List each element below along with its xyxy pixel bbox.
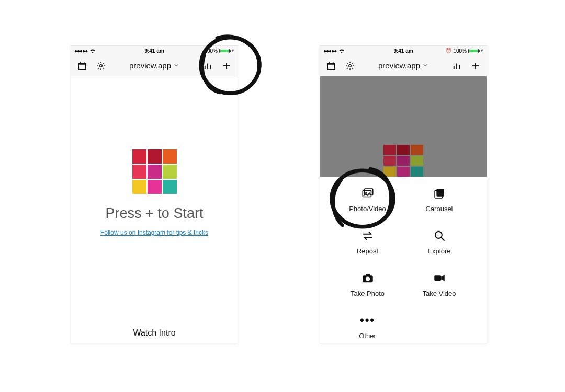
battery-percent: 100%: [204, 48, 218, 54]
watch-intro-button[interactable]: Watch Intro: [71, 328, 238, 338]
svg-point-14: [349, 64, 352, 67]
gear-icon[interactable]: [96, 61, 106, 71]
option-label: Take Photo: [351, 290, 385, 297]
status-time: 9:41 am: [393, 48, 413, 54]
nav-bar: preview.app: [71, 55, 238, 76]
search-icon: [432, 228, 447, 243]
option-take-photo[interactable]: Take Photo: [332, 271, 403, 297]
camera-icon: [360, 271, 375, 285]
svg-rect-30: [434, 275, 441, 281]
option-take-video[interactable]: Take Video: [403, 271, 475, 297]
option-other[interactable]: ••• Other: [332, 313, 403, 340]
empty-state: Press + to Start Follow us on Instagram …: [71, 76, 238, 236]
plus-icon[interactable]: [222, 61, 231, 71]
svg-marker-31: [441, 275, 445, 281]
option-label: Photo/Video: [349, 205, 386, 213]
svg-rect-1: [78, 63, 86, 64]
add-options-sheet: Photo/Video Carousel Repost Explore Take: [320, 177, 487, 340]
svg-point-4: [100, 64, 103, 67]
calendar-icon[interactable]: [326, 61, 336, 71]
charging-icon: ⚡︎: [480, 48, 483, 53]
gear-icon[interactable]: [345, 61, 355, 71]
battery-percent: 100%: [453, 48, 467, 54]
option-label: Carousel: [425, 205, 453, 213]
status-time: 9:41 am: [144, 48, 164, 54]
status-bar: ●●●●● 9:41 am 100% ⚡︎: [71, 46, 238, 55]
option-photo-video[interactable]: Photo/Video: [332, 186, 403, 213]
calendar-icon[interactable]: [77, 61, 87, 71]
svg-point-29: [365, 277, 369, 281]
nav-bar: preview.app: [320, 55, 487, 76]
stats-icon[interactable]: [203, 61, 212, 71]
battery-icon: [219, 49, 230, 53]
option-label: Explore: [427, 247, 450, 255]
stats-icon[interactable]: [452, 61, 461, 71]
signal-dots-icon: ●●●●●: [74, 48, 87, 54]
start-headline: Press + to Start: [106, 205, 204, 222]
status-bar: ●●●●● 9:41 am ⏰ 100% ⚡︎: [320, 46, 487, 55]
phone-screen-add-menu: ●●●●● 9:41 am ⏰ 100% ⚡︎ preview.app: [320, 45, 487, 343]
option-carousel[interactable]: Carousel: [403, 186, 475, 213]
follow-link[interactable]: Follow us on Instagram for tips & tricks: [100, 229, 208, 236]
nav-title: preview.app: [129, 61, 171, 70]
app-logo-grid-icon: [383, 145, 423, 177]
chevron-down-icon: [422, 61, 428, 70]
repost-icon: [360, 228, 375, 243]
chevron-down-icon: [173, 61, 179, 70]
wifi-icon: [338, 48, 345, 53]
svg-rect-23: [436, 189, 444, 197]
option-label: Repost: [357, 247, 378, 255]
nav-title-dropdown[interactable]: preview.app: [355, 61, 452, 70]
app-logo-grid-icon: [132, 149, 177, 194]
carousel-stack-icon: [432, 186, 447, 201]
plus-icon[interactable]: [471, 61, 480, 71]
dimmed-backdrop[interactable]: [320, 76, 487, 177]
svg-rect-28: [365, 274, 369, 276]
svg-rect-11: [327, 63, 335, 64]
svg-line-26: [441, 237, 444, 240]
alarm-icon: ⏰: [446, 48, 451, 53]
video-camera-icon: [432, 271, 447, 285]
option-label: Take Video: [422, 290, 456, 297]
nav-title: preview.app: [378, 61, 420, 70]
wifi-icon: [89, 48, 96, 53]
more-dots-icon: •••: [360, 313, 375, 328]
nav-title-dropdown[interactable]: preview.app: [106, 61, 203, 70]
option-repost[interactable]: Repost: [332, 228, 403, 255]
signal-dots-icon: ●●●●●: [323, 48, 336, 54]
phone-screen-start: ●●●●● 9:41 am 100% ⚡︎ preview.app: [71, 45, 238, 343]
charging-icon: ⚡︎: [231, 48, 234, 53]
option-label: Other: [359, 332, 376, 340]
photo-stack-icon: [360, 186, 375, 201]
battery-icon: [468, 49, 479, 53]
option-explore[interactable]: Explore: [403, 228, 475, 255]
